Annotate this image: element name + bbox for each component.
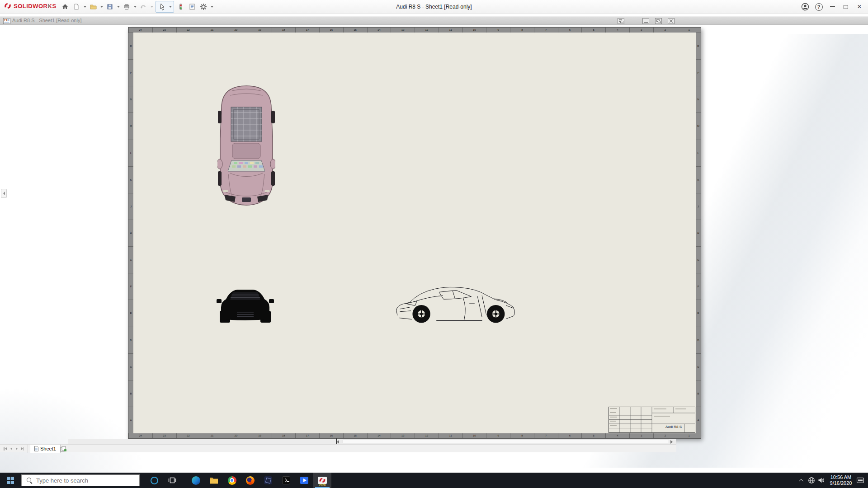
taskbar-search[interactable] [21, 474, 140, 486]
zone-label: 6 [558, 433, 582, 438]
zone-label: C [696, 353, 701, 380]
gear-icon [200, 3, 207, 10]
doc-cascade-button[interactable] [618, 18, 624, 24]
title-block-grid [609, 407, 695, 433]
zone-label: M [128, 113, 133, 139]
print-dropdown[interactable] [132, 1, 137, 13]
open-dropdown[interactable] [99, 1, 104, 13]
first-sheet-button[interactable] [4, 447, 7, 450]
save-icon [106, 3, 113, 10]
edge-button[interactable] [187, 473, 205, 488]
drawing-view-top[interactable] [217, 84, 275, 206]
drawing-view-side[interactable] [394, 286, 519, 324]
select-dropdown[interactable] [168, 1, 173, 13]
zone-label: 18 [272, 28, 296, 33]
new-document-button[interactable] [71, 1, 82, 13]
save-dropdown[interactable] [116, 1, 121, 13]
search-icon [26, 477, 33, 483]
zone-label: 18 [272, 433, 296, 438]
doc-restore-button[interactable] [655, 18, 662, 24]
sheet-navigation [0, 445, 28, 453]
undo-dropdown[interactable] [149, 1, 154, 13]
add-sheet-button[interactable] [57, 445, 69, 453]
save-button[interactable] [104, 1, 115, 13]
account-button[interactable] [798, 0, 812, 14]
restore-icon [844, 5, 848, 9]
rebuild-button[interactable] [175, 1, 186, 13]
scrollbar-thumb[interactable] [343, 440, 669, 443]
zone-label: 21 [200, 433, 224, 438]
volume-button[interactable] [816, 473, 826, 488]
search-input[interactable] [36, 477, 127, 484]
chevron-up-icon [799, 479, 803, 483]
next-sheet-button[interactable] [16, 447, 18, 450]
wheel-front-left [218, 171, 222, 186]
options-dropdown[interactable] [209, 1, 214, 13]
clock-time: 10:56 AM [827, 474, 854, 480]
scroll-right-icon[interactable] [670, 440, 673, 444]
menu-expand-icon[interactable] [48, 4, 50, 8]
firefox-button[interactable] [241, 473, 259, 488]
solidworks-taskbar-button[interactable]: 2020 [313, 473, 331, 488]
clock-date: 9/16/2020 [827, 480, 854, 486]
drawing-sheet[interactable]: 242322212019181716151413121110987654321 … [128, 27, 701, 439]
tab-sheet1[interactable]: Sheet1 [30, 445, 61, 453]
touch-keyboard-button[interactable] [855, 473, 865, 488]
drawing-view-front[interactable] [217, 286, 274, 324]
task-view-button[interactable] [163, 473, 181, 488]
print-button[interactable] [121, 1, 132, 13]
title-block[interactable]: Audi R8 S [609, 407, 695, 433]
zone-label: A [696, 407, 701, 433]
cortana-button[interactable] [145, 473, 163, 488]
movies-tv-button[interactable] [295, 473, 313, 488]
maximize-button[interactable] [839, 0, 853, 14]
network-button[interactable] [807, 473, 816, 488]
wheel-rear-right [271, 111, 275, 123]
file-explorer-button[interactable] [205, 473, 223, 488]
start-button[interactable] [0, 473, 21, 488]
zone-label: 10 [462, 433, 486, 438]
panel-collapse-button[interactable] [1, 189, 7, 198]
horizontal-scrollbar[interactable] [68, 439, 676, 444]
3d-viewer-button[interactable] [259, 473, 277, 488]
options-button[interactable] [198, 1, 209, 13]
terminal-button[interactable] [277, 473, 295, 488]
app-titlebar: SOLIDWORKS [0, 0, 868, 14]
system-tray: 10:56 AM 9/16/2020 [797, 473, 868, 488]
rebuild-traffic-light-icon [177, 3, 184, 10]
file-properties-button[interactable] [187, 1, 198, 13]
home-button[interactable] [60, 1, 71, 13]
edge-icon [192, 476, 200, 485]
zone-label: 8 [510, 433, 534, 438]
previous-sheet-button[interactable] [10, 447, 12, 450]
select-arrow-icon [159, 3, 166, 11]
document-window-controls [618, 18, 680, 24]
scroll-left-icon[interactable] [337, 440, 339, 444]
open-button[interactable] [88, 1, 99, 13]
new-document-dropdown[interactable] [82, 1, 87, 13]
taskbar-clock[interactable]: 10:56 AM 9/16/2020 [826, 474, 855, 486]
zone-label: 24 [128, 433, 152, 438]
minimize-icon [830, 6, 835, 7]
chrome-button[interactable] [223, 473, 241, 488]
select-button[interactable] [157, 1, 168, 13]
last-sheet-button[interactable] [21, 447, 24, 450]
zone-label: 11 [439, 28, 462, 33]
zone-label: 17 [295, 28, 319, 33]
close-button[interactable]: × [853, 0, 866, 14]
zone-label: 19 [248, 433, 272, 438]
zone-label: M [696, 113, 701, 139]
undo-button[interactable] [138, 1, 149, 13]
main-toolbar [60, 0, 214, 14]
doc-minimize-button[interactable] [642, 18, 649, 24]
sheet-icon [34, 446, 38, 451]
minimize-button[interactable] [826, 0, 839, 14]
tray-expand-button[interactable] [797, 473, 807, 488]
document-title: Audi R8 S - Sheet1 [Read-only] [12, 18, 81, 23]
zone-label: 5 [581, 28, 605, 33]
zone-label: 23 [152, 433, 176, 438]
zone-label: D [128, 327, 133, 353]
doc-close-button[interactable] [668, 18, 675, 24]
help-button[interactable] [812, 0, 826, 14]
sheet-paper[interactable]: Audi R8 S [133, 33, 696, 433]
